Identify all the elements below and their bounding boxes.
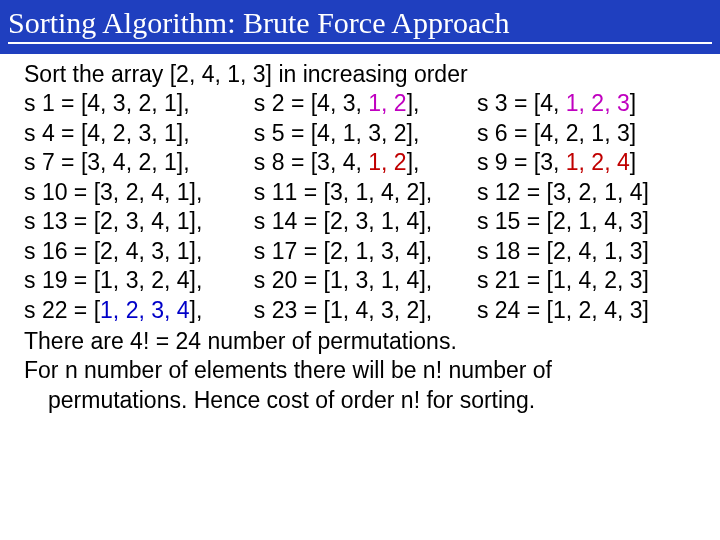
- cell: s 24 = [1, 2, 4, 3]: [477, 297, 649, 323]
- table-row: s 19 = [1, 3, 2, 4], s 20 = [1, 3, 1, 4]…: [24, 266, 700, 295]
- footer-line-1: There are 4! = 24 number of permutations…: [24, 327, 700, 356]
- highlight: 1, 2: [368, 149, 406, 175]
- cell: s 12 = [3, 2, 1, 4]: [477, 179, 649, 205]
- cell: s 1 = [4, 3, 2, 1],: [24, 90, 190, 116]
- cell: s 19 = [1, 3, 2, 4],: [24, 267, 202, 293]
- cell: s 21 = [1, 4, 2, 3]: [477, 267, 649, 293]
- cell: s 13 = [2, 3, 4, 1],: [24, 208, 202, 234]
- footer-line-2b: permutations. Hence cost of order n! for…: [24, 386, 700, 415]
- cell: ]: [630, 149, 636, 175]
- footer-line-2a: For n number of elements there will be n…: [24, 356, 700, 385]
- permutation-table: s 1 = [4, 3, 2, 1], s 2 = [4, 3, 1, 2], …: [24, 89, 700, 325]
- slide-title: Sorting Algorithm: Brute Force Approach: [8, 6, 712, 44]
- cell: ],: [407, 149, 420, 175]
- slide: Sorting Algorithm: Brute Force Approach …: [0, 0, 720, 540]
- cell: ]: [630, 90, 636, 116]
- cell: s 2 = [4, 3,: [254, 90, 368, 116]
- cell: s 18 = [2, 4, 1, 3]: [477, 238, 649, 264]
- cell: ],: [190, 297, 203, 323]
- table-row: s 4 = [4, 2, 3, 1], s 5 = [4, 1, 3, 2], …: [24, 119, 700, 148]
- cell: s 5 = [4, 1, 3, 2],: [254, 120, 420, 146]
- cell: s 7 = [3, 4, 2, 1],: [24, 149, 190, 175]
- cell: s 20 = [1, 3, 1, 4],: [254, 267, 432, 293]
- cell: s 10 = [3, 2, 4, 1],: [24, 179, 202, 205]
- footer-block: There are 4! = 24 number of permutations…: [24, 327, 700, 415]
- cell: s 16 = [2, 4, 3, 1],: [24, 238, 202, 264]
- table-row: s 13 = [2, 3, 4, 1], s 14 = [2, 3, 1, 4]…: [24, 207, 700, 236]
- cell: s 11 = [3, 1, 4, 2],: [254, 179, 432, 205]
- slide-body: Sort the array [2, 4, 1, 3] in increasin…: [0, 54, 720, 415]
- cell: s 8 = [3, 4,: [254, 149, 368, 175]
- table-row: s 10 = [3, 2, 4, 1], s 11 = [3, 1, 4, 2]…: [24, 178, 700, 207]
- cell: s 9 = [3,: [477, 149, 566, 175]
- cell: s 17 = [2, 1, 3, 4],: [254, 238, 432, 264]
- table-row: s 7 = [3, 4, 2, 1], s 8 = [3, 4, 1, 2], …: [24, 148, 700, 177]
- intro-line: Sort the array [2, 4, 1, 3] in increasin…: [24, 60, 700, 89]
- table-row: s 16 = [2, 4, 3, 1], s 17 = [2, 1, 3, 4]…: [24, 237, 700, 266]
- highlight: 1, 2: [368, 90, 406, 116]
- title-bar: Sorting Algorithm: Brute Force Approach: [0, 0, 720, 54]
- highlight: 1, 2, 3, 4: [100, 297, 190, 323]
- cell: s 4 = [4, 2, 3, 1],: [24, 120, 190, 146]
- table-row: s 22 = [1, 2, 3, 4], s 23 = [1, 4, 3, 2]…: [24, 296, 700, 325]
- cell: s 6 = [4, 2, 1, 3]: [477, 120, 636, 146]
- table-row: s 1 = [4, 3, 2, 1], s 2 = [4, 3, 1, 2], …: [24, 89, 700, 118]
- cell: ],: [407, 90, 420, 116]
- cell: s 15 = [2, 1, 4, 3]: [477, 208, 649, 234]
- highlight: 1, 2, 3: [566, 90, 630, 116]
- cell: s 3 = [4,: [477, 90, 566, 116]
- cell: s 14 = [2, 3, 1, 4],: [254, 208, 432, 234]
- cell: s 22 = [: [24, 297, 100, 323]
- cell: s 23 = [1, 4, 3, 2],: [254, 297, 432, 323]
- highlight: 1, 2, 4: [566, 149, 630, 175]
